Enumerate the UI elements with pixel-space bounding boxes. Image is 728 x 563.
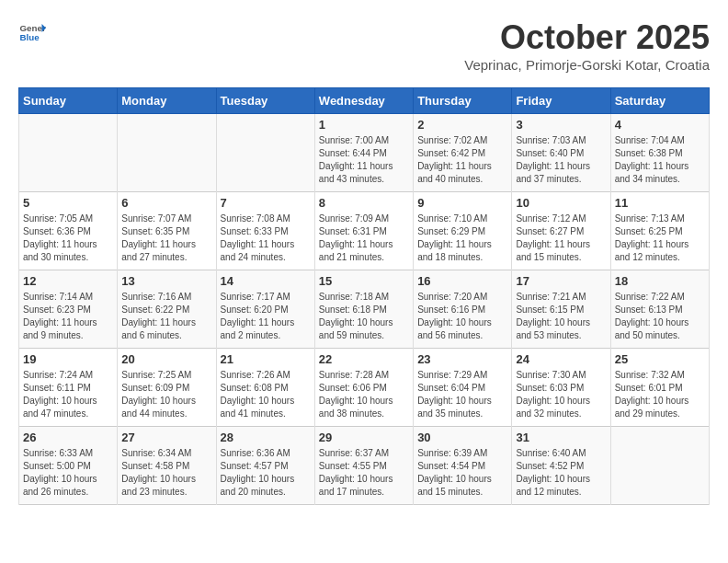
calendar-cell: 29Sunrise: 6:37 AM Sunset: 4:55 PM Dayli… bbox=[314, 427, 413, 505]
header-monday: Monday bbox=[118, 88, 216, 114]
day-number: 30 bbox=[417, 431, 507, 444]
day-number: 21 bbox=[221, 352, 311, 366]
day-content: Sunrise: 7:10 AM Sunset: 6:29 PM Dayligh… bbox=[417, 213, 507, 264]
day-content: Sunrise: 7:26 AM Sunset: 6:08 PM Dayligh… bbox=[221, 369, 311, 420]
day-content: Sunrise: 7:29 AM Sunset: 6:04 PM Dayligh… bbox=[417, 369, 507, 420]
day-content: Sunrise: 6:39 AM Sunset: 4:54 PM Dayligh… bbox=[417, 447, 507, 499]
day-content: Sunrise: 7:00 AM Sunset: 6:44 PM Dayligh… bbox=[319, 134, 409, 186]
day-number: 29 bbox=[319, 431, 409, 444]
day-content: Sunrise: 7:08 AM Sunset: 6:33 PM Dayligh… bbox=[221, 213, 311, 264]
day-number: 11 bbox=[615, 196, 705, 210]
header-saturday: Saturday bbox=[610, 88, 709, 114]
day-number: 25 bbox=[615, 352, 705, 366]
calendar-cell: 7Sunrise: 7:08 AM Sunset: 6:33 PM Daylig… bbox=[216, 192, 314, 270]
day-number: 15 bbox=[319, 274, 409, 288]
header-friday: Friday bbox=[512, 88, 610, 114]
calendar-cell: 8Sunrise: 7:09 AM Sunset: 6:31 PM Daylig… bbox=[314, 192, 413, 270]
day-content: Sunrise: 7:16 AM Sunset: 6:22 PM Dayligh… bbox=[121, 291, 211, 342]
month-title: October 2025 bbox=[464, 18, 710, 57]
day-content: Sunrise: 7:24 AM Sunset: 6:11 PM Dayligh… bbox=[23, 369, 113, 420]
calendar-header-row: SundayMondayTuesdayWednesdayThursdayFrid… bbox=[19, 88, 710, 114]
day-content: Sunrise: 7:02 AM Sunset: 6:42 PM Dayligh… bbox=[417, 134, 507, 186]
title-section: October 2025 Veprinac, Primorje-Gorski K… bbox=[464, 18, 710, 73]
day-number: 14 bbox=[221, 274, 311, 288]
day-content: Sunrise: 7:03 AM Sunset: 6:40 PM Dayligh… bbox=[516, 134, 606, 186]
day-number: 24 bbox=[516, 352, 606, 366]
calendar-cell: 9Sunrise: 7:10 AM Sunset: 6:29 PM Daylig… bbox=[414, 192, 512, 270]
day-content: Sunrise: 7:22 AM Sunset: 6:13 PM Dayligh… bbox=[615, 291, 705, 342]
calendar-cell bbox=[216, 114, 314, 192]
day-content: Sunrise: 7:30 AM Sunset: 6:03 PM Dayligh… bbox=[516, 369, 606, 420]
calendar-cell: 2Sunrise: 7:02 AM Sunset: 6:42 PM Daylig… bbox=[414, 114, 512, 192]
day-content: Sunrise: 7:04 AM Sunset: 6:38 PM Dayligh… bbox=[615, 134, 705, 186]
day-number: 3 bbox=[516, 118, 606, 132]
day-number: 28 bbox=[221, 431, 311, 444]
day-content: Sunrise: 6:40 AM Sunset: 4:52 PM Dayligh… bbox=[516, 447, 606, 499]
calendar-cell: 11Sunrise: 7:13 AM Sunset: 6:25 PM Dayli… bbox=[610, 192, 709, 270]
calendar-cell: 17Sunrise: 7:21 AM Sunset: 6:15 PM Dayli… bbox=[512, 270, 610, 349]
day-content: Sunrise: 7:13 AM Sunset: 6:25 PM Dayligh… bbox=[615, 213, 705, 264]
calendar-cell: 25Sunrise: 7:32 AM Sunset: 6:01 PM Dayli… bbox=[610, 349, 709, 427]
day-number: 1 bbox=[319, 118, 409, 132]
header-tuesday: Tuesday bbox=[216, 88, 314, 114]
day-content: Sunrise: 7:20 AM Sunset: 6:16 PM Dayligh… bbox=[417, 291, 507, 342]
location: Veprinac, Primorje-Gorski Kotar, Croatia bbox=[464, 57, 710, 73]
day-number: 6 bbox=[121, 196, 211, 210]
day-number: 4 bbox=[615, 118, 705, 132]
calendar-week-2: 12Sunrise: 7:14 AM Sunset: 6:23 PM Dayli… bbox=[19, 270, 710, 349]
day-content: Sunrise: 7:18 AM Sunset: 6:18 PM Dayligh… bbox=[319, 291, 409, 342]
calendar-cell: 20Sunrise: 7:25 AM Sunset: 6:09 PM Dayli… bbox=[118, 349, 216, 427]
day-number: 23 bbox=[417, 352, 507, 366]
day-content: Sunrise: 6:33 AM Sunset: 5:00 PM Dayligh… bbox=[23, 447, 113, 499]
calendar-cell: 30Sunrise: 6:39 AM Sunset: 4:54 PM Dayli… bbox=[414, 427, 512, 505]
calendar-cell: 1Sunrise: 7:00 AM Sunset: 6:44 PM Daylig… bbox=[314, 114, 413, 192]
day-number: 12 bbox=[23, 274, 113, 288]
calendar-week-3: 19Sunrise: 7:24 AM Sunset: 6:11 PM Dayli… bbox=[19, 349, 710, 427]
calendar-cell bbox=[118, 114, 216, 192]
day-number: 27 bbox=[121, 431, 211, 444]
day-number: 10 bbox=[516, 196, 606, 210]
day-content: Sunrise: 7:32 AM Sunset: 6:01 PM Dayligh… bbox=[615, 369, 705, 420]
day-number: 31 bbox=[516, 431, 606, 444]
day-content: Sunrise: 6:36 AM Sunset: 4:57 PM Dayligh… bbox=[221, 447, 311, 499]
day-number: 7 bbox=[221, 196, 311, 210]
day-content: Sunrise: 7:21 AM Sunset: 6:15 PM Dayligh… bbox=[516, 291, 606, 342]
day-content: Sunrise: 7:12 AM Sunset: 6:27 PM Dayligh… bbox=[516, 213, 606, 264]
calendar-cell: 23Sunrise: 7:29 AM Sunset: 6:04 PM Dayli… bbox=[414, 349, 512, 427]
calendar-cell: 3Sunrise: 7:03 AM Sunset: 6:40 PM Daylig… bbox=[512, 114, 610, 192]
calendar-week-0: 1Sunrise: 7:00 AM Sunset: 6:44 PM Daylig… bbox=[19, 114, 710, 192]
page-header: General Blue October 2025 Veprinac, Prim… bbox=[18, 18, 710, 73]
day-content: Sunrise: 7:07 AM Sunset: 6:35 PM Dayligh… bbox=[121, 213, 211, 264]
calendar-cell: 31Sunrise: 6:40 AM Sunset: 4:52 PM Dayli… bbox=[512, 427, 610, 505]
calendar-cell: 28Sunrise: 6:36 AM Sunset: 4:57 PM Dayli… bbox=[216, 427, 314, 505]
calendar-cell: 13Sunrise: 7:16 AM Sunset: 6:22 PM Dayli… bbox=[118, 270, 216, 349]
calendar-cell: 27Sunrise: 6:34 AM Sunset: 4:58 PM Dayli… bbox=[118, 427, 216, 505]
day-number: 16 bbox=[417, 274, 507, 288]
day-number: 26 bbox=[23, 431, 113, 444]
day-number: 2 bbox=[417, 118, 507, 132]
svg-text:Blue: Blue bbox=[20, 32, 40, 42]
calendar-cell: 4Sunrise: 7:04 AM Sunset: 6:38 PM Daylig… bbox=[610, 114, 709, 192]
day-number: 9 bbox=[417, 196, 507, 210]
calendar-week-4: 26Sunrise: 6:33 AM Sunset: 5:00 PM Dayli… bbox=[19, 427, 710, 505]
calendar-cell: 12Sunrise: 7:14 AM Sunset: 6:23 PM Dayli… bbox=[19, 270, 118, 349]
day-number: 5 bbox=[23, 196, 113, 210]
day-content: Sunrise: 6:37 AM Sunset: 4:55 PM Dayligh… bbox=[319, 447, 409, 499]
day-number: 8 bbox=[319, 196, 409, 210]
logo-icon: General Blue bbox=[18, 18, 46, 46]
calendar-cell bbox=[19, 114, 118, 192]
day-content: Sunrise: 6:34 AM Sunset: 4:58 PM Dayligh… bbox=[121, 447, 211, 499]
calendar-week-1: 5Sunrise: 7:05 AM Sunset: 6:36 PM Daylig… bbox=[19, 192, 710, 270]
header-wednesday: Wednesday bbox=[314, 88, 413, 114]
calendar-cell bbox=[610, 427, 709, 505]
calendar-cell: 10Sunrise: 7:12 AM Sunset: 6:27 PM Dayli… bbox=[512, 192, 610, 270]
day-number: 17 bbox=[516, 274, 606, 288]
calendar-cell: 26Sunrise: 6:33 AM Sunset: 5:00 PM Dayli… bbox=[19, 427, 118, 505]
day-content: Sunrise: 7:09 AM Sunset: 6:31 PM Dayligh… bbox=[319, 213, 409, 264]
day-content: Sunrise: 7:14 AM Sunset: 6:23 PM Dayligh… bbox=[23, 291, 113, 342]
day-number: 18 bbox=[615, 274, 705, 288]
day-content: Sunrise: 7:28 AM Sunset: 6:06 PM Dayligh… bbox=[319, 369, 409, 420]
calendar-cell: 24Sunrise: 7:30 AM Sunset: 6:03 PM Dayli… bbox=[512, 349, 610, 427]
calendar-cell: 14Sunrise: 7:17 AM Sunset: 6:20 PM Dayli… bbox=[216, 270, 314, 349]
calendar-cell: 16Sunrise: 7:20 AM Sunset: 6:16 PM Dayli… bbox=[414, 270, 512, 349]
